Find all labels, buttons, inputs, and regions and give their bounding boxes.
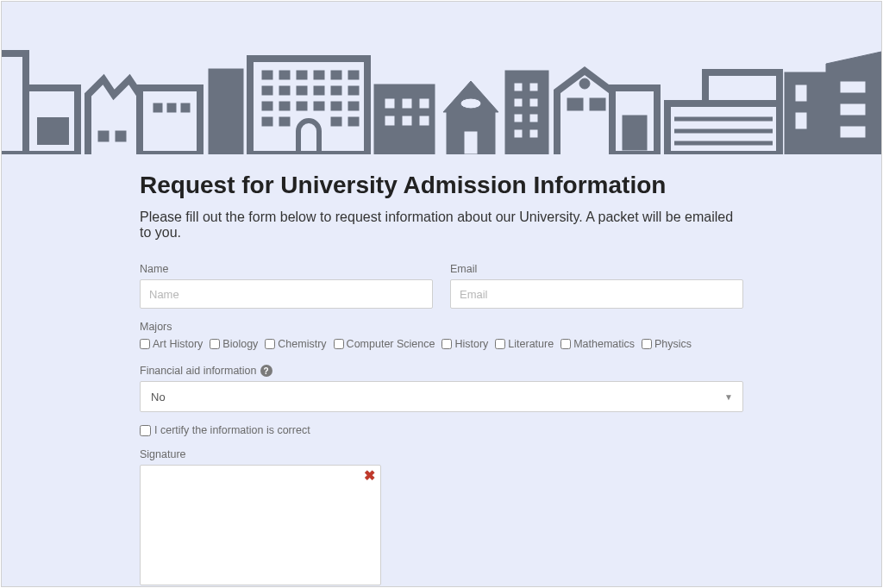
svg-rect-26 bbox=[297, 102, 307, 110]
svg-rect-14 bbox=[297, 71, 307, 79]
page-subtitle: Please fill out the form below to reques… bbox=[140, 210, 743, 241]
svg-rect-69 bbox=[840, 103, 866, 116]
svg-rect-24 bbox=[262, 102, 272, 110]
svg-rect-20 bbox=[297, 86, 307, 95]
svg-rect-49 bbox=[529, 98, 538, 107]
majors-label: Majors bbox=[140, 321, 743, 333]
major-checkbox[interactable] bbox=[265, 339, 275, 349]
name-input[interactable] bbox=[140, 279, 433, 309]
svg-rect-33 bbox=[348, 117, 359, 126]
svg-rect-58 bbox=[623, 116, 647, 150]
certify-label: I certify the information is correct bbox=[154, 424, 310, 436]
svg-rect-51 bbox=[529, 114, 538, 122]
major-checkbox[interactable] bbox=[642, 339, 652, 349]
major-option[interactable]: Art History bbox=[140, 338, 203, 350]
svg-rect-9 bbox=[181, 103, 190, 112]
major-checkbox[interactable] bbox=[140, 339, 150, 349]
svg-rect-40 bbox=[419, 116, 429, 126]
financial-aid-label: Financial aid information bbox=[140, 365, 257, 377]
signature-label: Signature bbox=[140, 448, 743, 460]
majors-field: Majors Art HistoryBiologyChemistryComput… bbox=[140, 321, 743, 350]
svg-rect-23 bbox=[348, 86, 359, 95]
major-option[interactable]: Chemistry bbox=[265, 338, 326, 350]
major-checkbox[interactable] bbox=[442, 339, 452, 349]
page-frame: Request for University Admission Informa… bbox=[1, 1, 882, 587]
major-label: Physics bbox=[654, 338, 692, 350]
svg-rect-31 bbox=[279, 117, 290, 126]
svg-rect-38 bbox=[385, 116, 395, 126]
major-option[interactable]: Biology bbox=[210, 338, 258, 350]
hero-buildings bbox=[2, 2, 881, 154]
page-title: Request for University Admission Informa… bbox=[140, 172, 743, 199]
svg-point-43 bbox=[460, 98, 481, 109]
signature-field: Signature ✖ bbox=[140, 448, 743, 585]
svg-rect-70 bbox=[840, 126, 866, 138]
svg-rect-36 bbox=[402, 98, 412, 109]
svg-rect-10 bbox=[209, 69, 243, 154]
svg-rect-46 bbox=[514, 83, 523, 91]
major-option[interactable]: Literature bbox=[495, 338, 554, 350]
svg-rect-44 bbox=[464, 131, 478, 154]
svg-rect-29 bbox=[348, 102, 359, 110]
svg-rect-28 bbox=[331, 102, 341, 110]
svg-rect-18 bbox=[262, 86, 272, 95]
email-field: Email bbox=[450, 263, 743, 309]
financial-aid-select[interactable]: No bbox=[140, 381, 743, 412]
certify-checkbox[interactable] bbox=[140, 425, 151, 436]
svg-rect-16 bbox=[331, 71, 341, 79]
email-label: Email bbox=[450, 263, 743, 275]
major-option[interactable]: History bbox=[442, 338, 488, 350]
svg-rect-35 bbox=[385, 98, 395, 109]
svg-rect-8 bbox=[167, 103, 176, 112]
svg-rect-3 bbox=[55, 121, 66, 141]
svg-rect-5 bbox=[98, 131, 109, 141]
name-field: Name bbox=[140, 263, 433, 309]
svg-rect-0 bbox=[2, 53, 26, 154]
major-option[interactable]: Physics bbox=[642, 338, 692, 350]
svg-rect-32 bbox=[331, 117, 341, 126]
svg-rect-37 bbox=[419, 98, 429, 109]
major-checkbox[interactable] bbox=[210, 339, 220, 349]
svg-point-57 bbox=[579, 78, 590, 89]
form-content: Request for University Admission Informa… bbox=[140, 154, 743, 587]
svg-rect-27 bbox=[314, 102, 324, 110]
svg-rect-4 bbox=[140, 88, 200, 154]
major-label: History bbox=[454, 338, 488, 350]
major-checkbox[interactable] bbox=[560, 339, 571, 349]
close-icon[interactable]: ✖ bbox=[364, 469, 375, 483]
svg-rect-7 bbox=[153, 103, 162, 112]
major-label: Art History bbox=[153, 338, 203, 350]
svg-rect-52 bbox=[514, 129, 523, 138]
svg-rect-56 bbox=[590, 98, 605, 110]
svg-rect-55 bbox=[567, 98, 583, 110]
svg-rect-13 bbox=[279, 71, 290, 79]
major-label: Literature bbox=[508, 338, 554, 350]
svg-rect-60 bbox=[705, 72, 780, 103]
svg-rect-2 bbox=[41, 121, 51, 141]
financial-aid-field: Financial aid information ? No ▼ bbox=[140, 362, 743, 412]
svg-rect-21 bbox=[314, 86, 324, 95]
major-checkbox[interactable] bbox=[334, 339, 344, 349]
signature-pad[interactable]: ✖ bbox=[140, 465, 381, 585]
email-input[interactable] bbox=[450, 279, 743, 309]
svg-rect-6 bbox=[116, 131, 126, 141]
major-option[interactable]: Mathematics bbox=[560, 338, 635, 350]
major-checkbox[interactable] bbox=[495, 339, 505, 349]
svg-rect-66 bbox=[795, 84, 807, 102]
help-icon[interactable]: ? bbox=[260, 365, 272, 377]
svg-rect-50 bbox=[514, 114, 523, 122]
svg-rect-67 bbox=[795, 112, 807, 129]
svg-rect-39 bbox=[402, 116, 412, 126]
svg-rect-22 bbox=[331, 86, 341, 95]
svg-rect-30 bbox=[262, 117, 272, 126]
name-label: Name bbox=[140, 263, 433, 275]
svg-rect-47 bbox=[529, 83, 538, 91]
major-label: Chemistry bbox=[278, 338, 326, 350]
svg-rect-45 bbox=[505, 71, 548, 154]
svg-rect-53 bbox=[529, 129, 538, 138]
svg-rect-15 bbox=[314, 71, 324, 79]
svg-rect-68 bbox=[840, 81, 866, 93]
certify-field: I certify the information is correct bbox=[140, 424, 743, 436]
major-option[interactable]: Computer Science bbox=[334, 338, 435, 350]
svg-rect-25 bbox=[279, 102, 290, 110]
